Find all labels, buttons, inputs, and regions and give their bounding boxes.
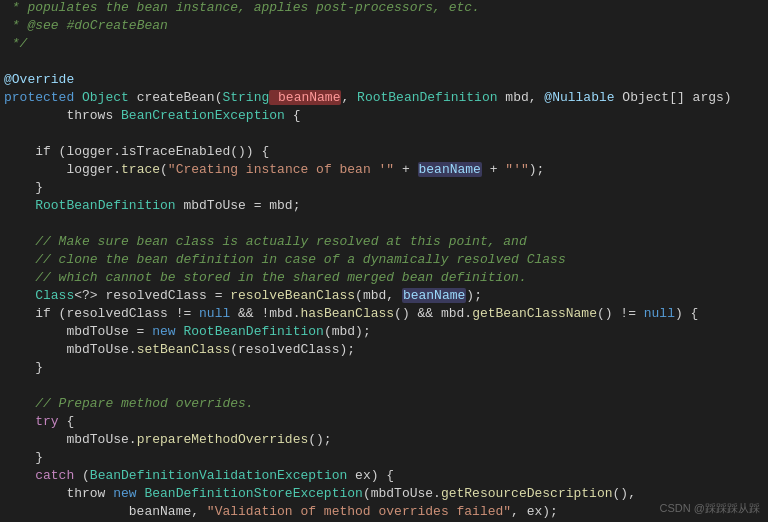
token: catch bbox=[35, 468, 74, 483]
token: (resolvedClass); bbox=[230, 342, 355, 357]
token: ); bbox=[466, 288, 482, 303]
line-content: } bbox=[4, 360, 760, 375]
code-line: mbdToUse.prepareMethodOverrides(); bbox=[0, 432, 768, 450]
line-content: try { bbox=[4, 414, 760, 429]
token: prepareMethodOverrides bbox=[137, 432, 309, 447]
code-line bbox=[0, 54, 768, 72]
line-content bbox=[4, 54, 760, 69]
code-line bbox=[0, 378, 768, 396]
code-line: // which cannot be stored in the shared … bbox=[0, 270, 768, 288]
token: "'" bbox=[505, 162, 528, 177]
line-content: } bbox=[4, 180, 760, 195]
code-line: } bbox=[0, 180, 768, 198]
code-line: throw new BeanDefinitionStoreException(m… bbox=[0, 486, 768, 504]
token: mbdToUse = bbox=[4, 324, 152, 339]
code-line: beanName, "Validation of method override… bbox=[0, 504, 768, 522]
token: mbdToUse = mbd; bbox=[176, 198, 301, 213]
token: } bbox=[4, 180, 43, 195]
token: trace bbox=[121, 162, 160, 177]
line-content bbox=[4, 126, 760, 141]
token bbox=[4, 468, 35, 483]
line-content: mbdToUse = new RootBeanDefinition(mbd); bbox=[4, 324, 760, 339]
code-line: RootBeanDefinition mbdToUse = mbd; bbox=[0, 198, 768, 216]
token: null bbox=[199, 306, 230, 321]
code-line: protected Object createBean(String beanN… bbox=[0, 90, 768, 108]
line-content bbox=[4, 378, 760, 393]
line-content: */ bbox=[4, 36, 760, 51]
token: beanName bbox=[402, 288, 466, 303]
line-content: mbdToUse.setBeanClass(resolvedClass); bbox=[4, 342, 760, 357]
code-line: } bbox=[0, 450, 768, 468]
code-line: catch (BeanDefinitionValidationException… bbox=[0, 468, 768, 486]
token: new bbox=[152, 324, 175, 339]
token: resolveBeanClass bbox=[230, 288, 355, 303]
token: { bbox=[285, 108, 301, 123]
token: */ bbox=[4, 36, 27, 51]
token: throw bbox=[4, 486, 113, 501]
token: RootBeanDefinition bbox=[357, 90, 497, 105]
token: ); bbox=[529, 162, 545, 177]
token: Object[] args) bbox=[615, 90, 732, 105]
token: mbd, bbox=[498, 90, 545, 105]
code-line: // Make sure bean class is actually reso… bbox=[0, 234, 768, 252]
token: createBean( bbox=[129, 90, 223, 105]
token: } bbox=[4, 450, 43, 465]
line-content: protected Object createBean(String beanN… bbox=[4, 90, 760, 105]
token: ( bbox=[74, 468, 90, 483]
line-content: mbdToUse.prepareMethodOverrides(); bbox=[4, 432, 760, 447]
token: @see bbox=[27, 18, 58, 33]
token: (); bbox=[308, 432, 331, 447]
code-line: throws BeanCreationException { bbox=[0, 108, 768, 126]
token: BeanDefinitionStoreException bbox=[144, 486, 362, 501]
token: Object bbox=[82, 90, 129, 105]
code-line: @Override bbox=[0, 72, 768, 90]
token: hasBeanClass bbox=[300, 306, 394, 321]
line-content: if (logger.isTraceEnabled()) { bbox=[4, 144, 760, 159]
token bbox=[4, 198, 35, 213]
line-content: if (resolvedClass != null && !mbd.hasBea… bbox=[4, 306, 760, 321]
token bbox=[4, 288, 35, 303]
code-line: * @see #doCreateBean bbox=[0, 18, 768, 36]
line-content: catch (BeanDefinitionValidationException… bbox=[4, 468, 760, 483]
line-content: logger.trace("Creating instance of bean … bbox=[4, 162, 760, 177]
token: "Creating instance of bean '" bbox=[168, 162, 394, 177]
token: { bbox=[59, 414, 75, 429]
token: * bbox=[4, 18, 27, 33]
token: @Override bbox=[4, 72, 74, 87]
code-line bbox=[0, 216, 768, 234]
line-content: } bbox=[4, 450, 760, 465]
line-content: // Make sure bean class is actually reso… bbox=[4, 234, 760, 249]
token: (), bbox=[613, 486, 636, 501]
token: + bbox=[394, 162, 417, 177]
code-line: if (logger.isTraceEnabled()) { bbox=[0, 144, 768, 162]
line-content: Class<?> resolvedClass = resolveBeanClas… bbox=[4, 288, 760, 303]
token: // Make sure bean class is actually reso… bbox=[4, 234, 527, 249]
token: (mbd, bbox=[355, 288, 402, 303]
code-line bbox=[0, 126, 768, 144]
code-line: logger.trace("Creating instance of bean … bbox=[0, 162, 768, 180]
code-line: try { bbox=[0, 414, 768, 432]
token: , bbox=[341, 90, 357, 105]
line-content: * populates the bean instance, applies p… bbox=[4, 0, 760, 15]
token: // clone the bean definition in case of … bbox=[4, 252, 566, 267]
token: RootBeanDefinition bbox=[183, 324, 323, 339]
line-content: // clone the bean definition in case of … bbox=[4, 252, 760, 267]
line-content: @Override bbox=[4, 72, 760, 87]
token: getBeanClassName bbox=[472, 306, 597, 321]
token: BeanDefinitionValidationException bbox=[90, 468, 347, 483]
token: setBeanClass bbox=[137, 342, 231, 357]
line-content: beanName, "Validation of method override… bbox=[4, 504, 760, 519]
code-line: Class<?> resolvedClass = resolveBeanClas… bbox=[0, 288, 768, 306]
line-content: throws BeanCreationException { bbox=[4, 108, 760, 123]
token: RootBeanDefinition bbox=[35, 198, 175, 213]
watermark-text: CSDN @踩踩踩从踩 bbox=[660, 501, 760, 516]
token: getResourceDescription bbox=[441, 486, 613, 501]
token bbox=[4, 414, 35, 429]
code-line: // Prepare method overrides. bbox=[0, 396, 768, 414]
token: @Nullable bbox=[544, 90, 614, 105]
token: ex) { bbox=[347, 468, 394, 483]
token: ) { bbox=[675, 306, 698, 321]
token: if (resolvedClass != bbox=[4, 306, 199, 321]
token: beanName bbox=[269, 90, 341, 105]
token: String bbox=[222, 90, 269, 105]
